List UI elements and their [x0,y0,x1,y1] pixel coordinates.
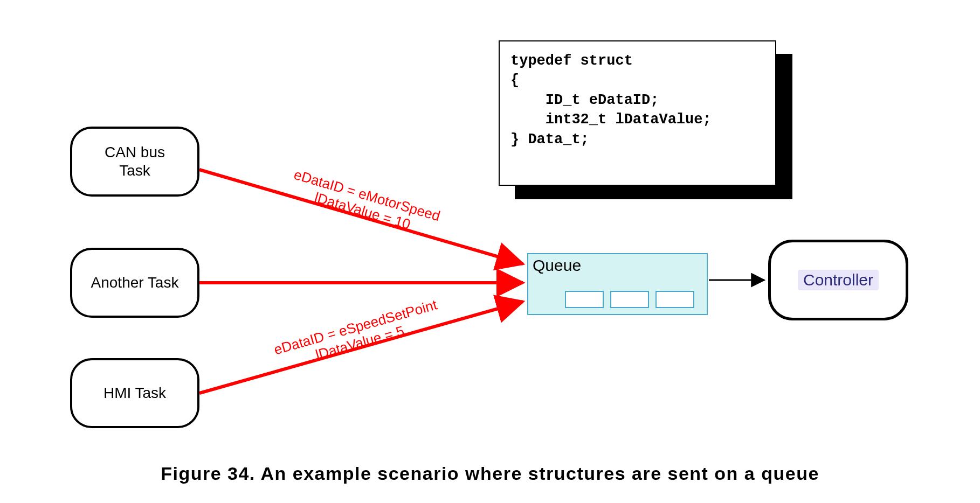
queue-box: Queue [527,253,708,315]
task-can-bus: CAN busTask [70,127,199,197]
task-hmi: HMI Task [70,358,199,428]
arrow-top-label-1: eDataID = eMotorSpeed [292,166,442,225]
task-another-label: Another Task [91,274,179,292]
arrow-bottom-label-2: lDataValue = 5 [314,323,406,363]
figure-caption: Figure 34. An example scenario where str… [0,463,980,484]
controller-box: Controller [768,240,908,320]
code-text: typedef struct { ID_t eDataID; int32_t l… [510,53,712,148]
arrow-hmi-to-queue [199,302,523,393]
task-hmi-label: HMI Task [103,384,166,402]
task-another: Another Task [70,248,199,318]
queue-label: Queue [533,256,581,275]
figure-caption-text: Figure 34. An example scenario where str… [161,463,819,484]
queue-slot [565,291,604,308]
queue-slot [655,291,694,308]
arrow-bottom-label-1: eDataID = eSpeedSetPoint [272,296,439,358]
queue-slot [610,291,649,308]
code-box: typedef struct { ID_t eDataID; int32_t l… [499,40,776,186]
arrow-top-label-2: lDataValue = 10 [313,189,412,232]
controller-label: Controller [798,270,879,290]
arrow-can-to-queue [199,170,523,264]
task-can-bus-label: CAN busTask [105,143,165,179]
